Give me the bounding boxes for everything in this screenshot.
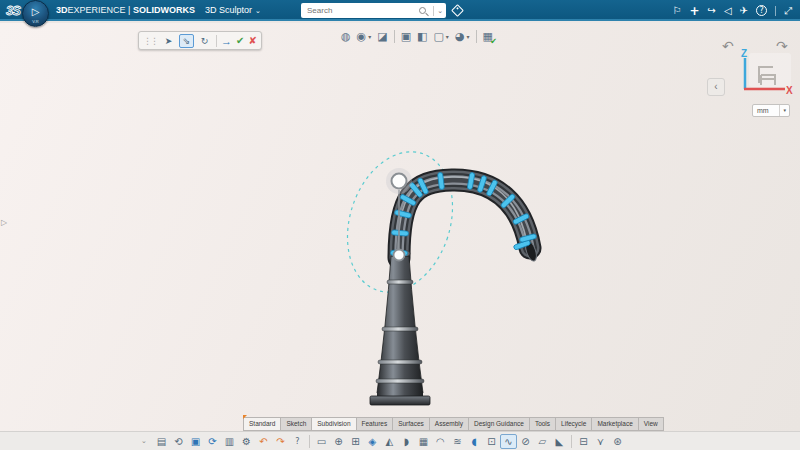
insert-loop-icon[interactable]: ≋ <box>449 434 466 449</box>
next-arrow-button[interactable]: → <box>221 35 232 47</box>
cancel-button[interactable]: ✘ <box>248 35 256 46</box>
selection-mode-icon[interactable]: ▢ <box>433 31 448 42</box>
units-dropdown[interactable]: mm ▾ <box>752 104 790 117</box>
search-icon[interactable] <box>419 7 426 14</box>
app-selector[interactable]: 3D Sculptor⌄ <box>205 5 261 15</box>
undo-icon[interactable]: ↶ <box>255 434 272 449</box>
share-arrow-icon[interactable]: ↪ <box>708 6 716 16</box>
subd-box-icon[interactable]: ⊞ <box>347 434 364 449</box>
capture-icon[interactable]: ◪ <box>377 31 387 42</box>
save-icon[interactable]: ▣ <box>187 434 204 449</box>
tab[interactable]: Marketplace <box>591 417 637 431</box>
check-icon: ✔ <box>490 37 497 46</box>
remove-loop-icon[interactable]: ⊘ <box>517 434 534 449</box>
thicken-icon[interactable]: ⋎ <box>592 434 609 449</box>
fullscreen-icon[interactable]: ⤢ <box>775 6 792 16</box>
symmetry-icon[interactable]: ◖ <box>466 434 483 449</box>
3dexperience-compass-icon[interactable]: ▷ V.R <box>22 0 49 27</box>
units-value: mm <box>753 107 779 114</box>
subdivision-model[interactable] <box>320 140 580 430</box>
expand-panel-chevron-icon[interactable]: ▷ <box>1 218 7 227</box>
search-options-chevron-icon[interactable]: ⌄ <box>437 7 443 15</box>
crease-edge-icon[interactable]: ◗ <box>398 434 415 449</box>
tab[interactable]: Subdivision <box>311 417 355 431</box>
tab[interactable]: Standard <box>243 417 280 431</box>
drag-handle[interactable]: ⋮⋮ <box>143 36 157 46</box>
redo-icon[interactable]: ↷ <box>272 434 289 449</box>
faucet-base[interactable] <box>370 396 430 405</box>
chevron-down-icon: ⌄ <box>255 7 261 14</box>
tab[interactable]: Surfaces <box>392 417 429 431</box>
tab[interactable]: Features <box>356 417 393 431</box>
view-toolbar: ◍◉◪ ▣◧▢◕ ▦✔ <box>341 30 493 43</box>
toolbar-divider <box>394 30 395 43</box>
export-icon[interactable]: ▥ <box>221 434 238 449</box>
frame-view-icon[interactable]: ▣ <box>401 31 411 42</box>
new-content-icon[interactable]: ▤ <box>153 434 170 449</box>
rotate-tool-icon[interactable]: ↻ <box>197 34 212 48</box>
search-input[interactable] <box>307 6 419 15</box>
share-network-icon[interactable]: ◁ <box>724 6 732 16</box>
view-tools-group-2: ▣◧▢◕ <box>401 31 470 42</box>
render-style-icon[interactable]: ◉ <box>357 31 372 42</box>
rotate-view-left-icon[interactable]: ↶ <box>722 38 734 54</box>
axis-x-label: X <box>786 85 793 96</box>
tag-icon[interactable] <box>451 4 464 17</box>
tab[interactable]: Tools <box>529 417 555 431</box>
body-tools-group: ⊟⋎⊛ <box>575 434 626 449</box>
toolbar-overflow-chevron-icon[interactable]: ⌄ <box>141 437 147 445</box>
compass-play-icon: ▷ <box>23 6 48 17</box>
help-icon[interactable]: ? <box>289 434 306 449</box>
collapse-panel-button[interactable]: ‹ <box>707 78 725 96</box>
help-icon[interactable]: ? <box>756 5 767 16</box>
delete-face-icon[interactable]: ⊡ <box>483 434 500 449</box>
history-icon[interactable]: ⟲ <box>170 434 187 449</box>
tab[interactable]: Sketch <box>280 417 311 431</box>
subdivide-face-icon[interactable]: ▦ <box>415 434 432 449</box>
confirm-button[interactable]: ✔ <box>236 35 244 46</box>
subdivision-edit-group: ⊡∿⊘▱◣ <box>483 434 568 449</box>
brand-3d: 3D <box>56 5 68 15</box>
modify-subdivision-icon[interactable]: ∿ <box>500 434 517 449</box>
shaded-view-icon[interactable]: ◍ <box>341 31 351 42</box>
box-select-frame-icon[interactable]: ▭ <box>313 434 330 449</box>
select-tool-icon[interactable]: ➤ <box>161 34 176 48</box>
tab[interactable]: Design Guidance <box>468 417 529 431</box>
convert-mesh-icon[interactable]: ⊛ <box>609 434 626 449</box>
context-tools: ➤ ⇘ ↻ <box>161 34 212 48</box>
manipulator-handle-base[interactable] <box>394 250 405 261</box>
search-divider <box>433 6 434 16</box>
brand-divider: | <box>126 5 133 15</box>
flatten-face-icon[interactable]: ▱ <box>534 434 551 449</box>
3ds-logo-icon: 3S <box>6 3 20 18</box>
top-bar: 3S ▷ V.R 3DEXPERIENCE | SOLIDWORKS 3D Sc… <box>0 0 800 21</box>
faucet-neck[interactable] <box>377 256 423 393</box>
3d-viewport[interactable]: ▷ ⋮⋮ ➤ ⇘ ↻ → ✔ ✘ ◍◉◪ <box>0 23 800 431</box>
flag-icon[interactable]: ⚐ <box>672 6 681 16</box>
extrude-pin-icon[interactable]: ◭ <box>381 434 398 449</box>
add-icon[interactable]: + <box>689 5 699 17</box>
axis-triad: Z X <box>735 45 795 101</box>
toolbar-divider <box>476 30 477 43</box>
toolbar-divider <box>309 435 310 448</box>
settings-gear-icon[interactable]: ⚙ <box>238 434 255 449</box>
update-icon[interactable]: ▦✔ <box>483 30 493 43</box>
bridge-face-icon[interactable]: ◠ <box>432 434 449 449</box>
subd-sphere-icon[interactable]: ⊕ <box>330 434 347 449</box>
send-plane-icon[interactable]: ✈ <box>740 6 748 16</box>
manipulator-handle-top[interactable] <box>392 174 407 189</box>
toolbar-divider <box>216 35 217 47</box>
file-tools-group: ▤⟲▣⟳▥⚙↶↷? <box>153 434 306 449</box>
tab[interactable]: Assembly <box>429 417 468 431</box>
clipping-icon[interactable]: ◧ <box>417 31 427 42</box>
view-rotation-icon[interactable]: ◕ <box>455 31 470 42</box>
tab[interactable]: Lifecycle <box>555 417 591 431</box>
pull-face-icon[interactable]: ◣ <box>551 434 568 449</box>
move-tool-icon[interactable]: ⇘ <box>179 34 194 48</box>
tab[interactable]: View <box>638 417 664 431</box>
trim-body-icon[interactable]: ⊟ <box>575 434 592 449</box>
primitives-icon[interactable]: ◈ <box>364 434 381 449</box>
sync-icon[interactable]: ⟳ <box>204 434 221 449</box>
control-loop[interactable] <box>391 230 408 236</box>
manipulation-context-toolbar: ⋮⋮ ➤ ⇘ ↻ → ✔ ✘ <box>138 31 262 50</box>
